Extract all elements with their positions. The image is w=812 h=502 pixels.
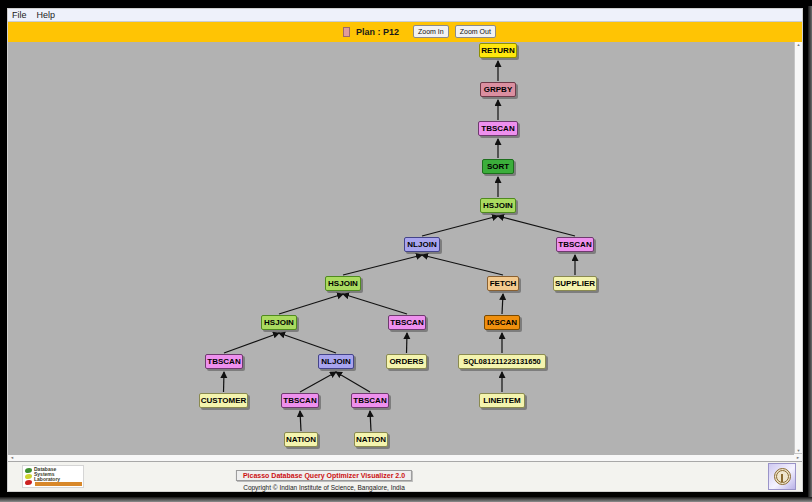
- toolbar-group: Plan : P12 Zoom In Zoom Out: [343, 22, 496, 42]
- iisc-emblem-icon: [768, 463, 796, 490]
- zoom-out-button[interactable]: Zoom Out: [455, 25, 496, 38]
- plan-node-return[interactable]: RETURN: [479, 43, 517, 58]
- dsl-leaves-icon: [23, 466, 33, 487]
- plan-color-swatch-icon: [343, 27, 350, 37]
- plan-node-nljoin1[interactable]: NLJOIN: [404, 237, 440, 252]
- plan-node-sort[interactable]: SORT: [482, 159, 514, 174]
- menu-item-help[interactable]: Help: [37, 10, 56, 20]
- plan-node-tbscan3[interactable]: TBSCAN: [388, 315, 426, 330]
- plan-node-fetch[interactable]: FETCH: [487, 276, 519, 291]
- plan-node-supplier[interactable]: SUPPLIER: [553, 276, 597, 291]
- plan-node-hsjoin2[interactable]: HSJOIN: [325, 276, 361, 291]
- plan-node-nljoin2[interactable]: NLJOIN: [318, 354, 354, 369]
- plan-node-hsjoin3[interactable]: HSJOIN: [261, 315, 297, 330]
- plan-node-hsjoin1[interactable]: HSJOIN: [480, 198, 516, 213]
- vertical-scrollbar[interactable]: ▲ ▼: [794, 42, 802, 453]
- plan-node-lineitem[interactable]: LINEITEM: [479, 393, 525, 408]
- scroll-up-icon[interactable]: ▲: [797, 42, 801, 47]
- plan-node-tbscan6[interactable]: TBSCAN: [351, 393, 389, 408]
- plan-node-tbscan5[interactable]: TBSCAN: [281, 393, 319, 408]
- menu-bar: File Help: [8, 9, 802, 22]
- plan-node-tbscan2[interactable]: TBSCAN: [556, 237, 594, 252]
- plan-node-customer[interactable]: CUSTOMER: [199, 393, 248, 408]
- dsl-leaf-yellow: [25, 474, 32, 479]
- plan-node-nation2[interactable]: NATION: [354, 432, 388, 447]
- menu-item-file[interactable]: File: [12, 10, 27, 20]
- app-window: File Help Plan : P12 Zoom In Zoom Out: [7, 8, 803, 492]
- screenshot-frame: File Help Plan : P12 Zoom In Zoom Out: [0, 0, 812, 502]
- zoom-in-button[interactable]: Zoom In: [413, 25, 449, 38]
- copyright-text: Copyright © Indian Institute of Science,…: [236, 484, 412, 491]
- dsl-logo-banner: [35, 482, 82, 486]
- plan-node-grpby[interactable]: GRPBY: [480, 82, 516, 97]
- dsl-leaf-green: [25, 468, 32, 473]
- plan-node-nation1[interactable]: NATION: [284, 432, 318, 447]
- scroll-left-icon[interactable]: ◄: [10, 455, 14, 460]
- plan-node-orders[interactable]: ORDERS: [386, 354, 427, 369]
- plan-label: Plan : P12: [356, 27, 399, 37]
- dsl-leaf-red: [25, 480, 32, 485]
- plan-node-ixscan[interactable]: IXSCAN: [484, 315, 520, 330]
- plan-canvas: RETURNGRPBYTBSCANSORTHSJOINNLJOINTBSCANH…: [8, 42, 794, 455]
- scroll-right-icon[interactable]: ►: [796, 455, 800, 460]
- toolbar: Plan : P12 Zoom In Zoom Out: [8, 22, 802, 42]
- plan-node-tbscan1[interactable]: TBSCAN: [478, 121, 518, 136]
- plan-node-sqltemp[interactable]: SQL081211223131650: [458, 354, 546, 369]
- plan-node-tbscan4[interactable]: TBSCAN: [205, 354, 243, 369]
- main-area: RETURNGRPBYTBSCANSORTHSJOINNLJOINTBSCANH…: [8, 42, 802, 453]
- dsl-lab-logo: Database Systems Laboratory: [22, 465, 84, 488]
- app-title: Picasso Database Query Optimizer Visuali…: [236, 470, 412, 481]
- app-title-block: Picasso Database Query Optimizer Visuali…: [236, 464, 412, 491]
- plan-edges: [8, 42, 794, 455]
- status-bar: Database Systems Laboratory Picasso Data…: [8, 461, 802, 491]
